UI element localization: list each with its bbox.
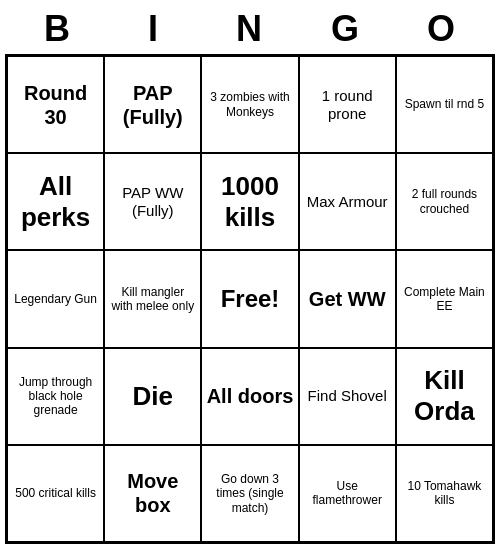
cell-3-4: Kill Orda	[396, 348, 493, 445]
letter-b: B	[15, 8, 101, 50]
cell-3-3: Find Shovel	[299, 348, 396, 445]
cell-3-2: All doors	[201, 348, 298, 445]
bingo-grid: Round 30PAP (Fully)3 zombies with Monkey…	[5, 54, 495, 544]
letter-n: N	[207, 8, 293, 50]
cell-2-3: Get WW	[299, 250, 396, 347]
cell-2-1: Kill mangler with melee only	[104, 250, 201, 347]
bingo-header: B I N G O	[0, 0, 500, 54]
cell-4-0: 500 critical kills	[7, 445, 104, 542]
cell-1-1: PAP WW (Fully)	[104, 153, 201, 250]
cell-2-2: Free!	[201, 250, 298, 347]
cell-3-0: Jump through black hole grenade	[7, 348, 104, 445]
cell-1-3: Max Armour	[299, 153, 396, 250]
cell-2-4: Complete Main EE	[396, 250, 493, 347]
cell-4-3: Use flamethrower	[299, 445, 396, 542]
cell-0-4: Spawn til rnd 5	[396, 56, 493, 153]
cell-0-1: PAP (Fully)	[104, 56, 201, 153]
cell-0-3: 1 round prone	[299, 56, 396, 153]
cell-1-2: 1000 kills	[201, 153, 298, 250]
cell-0-0: Round 30	[7, 56, 104, 153]
letter-i: I	[111, 8, 197, 50]
cell-4-1: Move box	[104, 445, 201, 542]
cell-3-1: Die	[104, 348, 201, 445]
cell-1-0: All perks	[7, 153, 104, 250]
letter-o: O	[399, 8, 485, 50]
cell-0-2: 3 zombies with Monkeys	[201, 56, 298, 153]
cell-4-2: Go down 3 times (single match)	[201, 445, 298, 542]
cell-2-0: Legendary Gun	[7, 250, 104, 347]
letter-g: G	[303, 8, 389, 50]
cell-4-4: 10 Tomahawk kills	[396, 445, 493, 542]
cell-1-4: 2 full rounds crouched	[396, 153, 493, 250]
